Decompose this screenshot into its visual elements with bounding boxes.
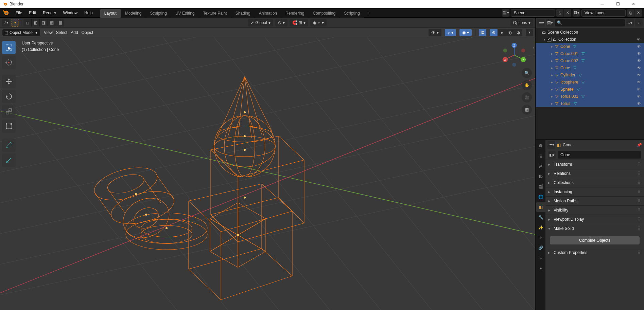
tree-collection[interactable]: ▾ ✓ 🗀 Collection 👁 — [536, 36, 644, 43]
collection-checkbox[interactable]: ✓ — [547, 37, 552, 42]
blender-logo-icon[interactable] — [2, 9, 10, 17]
outliner-display-mode[interactable]: ≔▾ — [537, 19, 545, 26]
panel-custom-properties[interactable]: ▸Custom Properties⠿ — [545, 248, 644, 257]
panel-make-solid[interactable]: ▾Make Solid⠿ — [545, 224, 644, 233]
eye-icon[interactable]: 👁 — [636, 51, 642, 56]
viewport-menu-add[interactable]: Add — [71, 30, 78, 35]
eye-icon[interactable]: 👁 — [636, 73, 642, 77]
prop-tab-particles[interactable]: ✨ — [536, 223, 545, 232]
mode-select-dropdown[interactable]: ⬚ Object Mode ▾ — [2, 29, 40, 36]
tree-item[interactable]: ▸ ▽ Torus.001 ▽ 👁 — [536, 93, 644, 100]
sidebar-toggle-handle[interactable]: ‹ — [533, 45, 535, 50]
shading-solid-button[interactable]: ● — [498, 29, 506, 36]
eye-icon[interactable]: 👁 — [636, 101, 642, 106]
new-scene-button[interactable]: ⎘ — [556, 9, 564, 17]
tree-item[interactable]: ▸ ▽ Torus ▽ 👁 — [536, 100, 644, 107]
tree-item[interactable]: ▸ ▽ Cube ▽ 👁 — [536, 64, 644, 71]
combine-objects-button[interactable]: Combine Objects — [550, 236, 640, 244]
prop-tab-viewlayer[interactable]: 🖼 — [536, 172, 545, 181]
tool-rotate[interactable] — [2, 90, 16, 103]
prop-tab-physics[interactable]: ⚛ — [536, 233, 545, 242]
navigation-gizmo[interactable]: X Y Z — [501, 42, 527, 68]
shading-material-button[interactable]: ◐ — [506, 29, 514, 36]
eye-icon[interactable]: 👁 — [636, 66, 642, 70]
prop-tab-scene[interactable]: 🎬 — [536, 182, 545, 192]
menu-render[interactable]: Render — [39, 8, 59, 18]
camera-view-button[interactable]: 🎥 — [522, 92, 532, 103]
viewport-options-dropdown[interactable]: Options ▾ — [510, 19, 533, 26]
prop-tab-output[interactable]: 🖨 — [536, 162, 545, 171]
tab-rendering[interactable]: Rendering — [281, 9, 308, 18]
add-workspace-button[interactable]: + — [364, 9, 373, 18]
menu-help[interactable]: Help — [81, 8, 96, 18]
scene-name-input[interactable]: Scene — [511, 9, 555, 17]
prop-tab-modifiers[interactable]: 🔧 — [536, 213, 545, 222]
properties-editor-type[interactable]: ≔▾ — [547, 141, 555, 149]
new-viewlayer-button[interactable]: ⎘ — [627, 9, 634, 17]
tree-item[interactable]: ▸ ▽ Cube.002 ▽ 👁 — [536, 57, 644, 64]
viewport-menu-object[interactable]: Object — [82, 30, 93, 35]
proportional-edit-dropdown[interactable]: ◉∩▾ — [310, 19, 327, 26]
xray-toggle[interactable]: ⊡ — [479, 29, 486, 36]
tab-layout[interactable]: Layout — [100, 9, 121, 18]
tree-item[interactable]: ▸ ▽ Cylinder ▽ 👁 — [536, 71, 644, 78]
tab-texture-paint[interactable]: Texture Paint — [199, 9, 231, 18]
tool-select-box[interactable] — [2, 41, 16, 54]
tab-compositing[interactable]: Compositing — [309, 9, 340, 18]
drag-action-group[interactable]: ◻◧◨▦▩ — [23, 19, 64, 26]
breadcrumb[interactable]: Cone — [563, 143, 573, 147]
menu-window[interactable]: Window — [59, 8, 81, 18]
tree-item[interactable]: ▸ ▽ Sphere ▽ 👁 — [536, 86, 644, 93]
prop-tab-object[interactable]: ◧ — [536, 202, 545, 212]
eye-icon[interactable]: 👁 — [636, 58, 642, 63]
eye-icon[interactable]: 👁 — [636, 37, 642, 42]
menu-file[interactable]: File — [12, 8, 25, 18]
prop-tab-tool[interactable]: 🛠 — [536, 141, 545, 151]
prop-tab-world[interactable]: 🌐 — [536, 192, 545, 202]
window-maximize-button[interactable]: ☐ — [610, 0, 626, 8]
visibility-dropdown[interactable]: 👁▾ — [429, 29, 441, 36]
tab-uv-editing[interactable]: UV Editing — [171, 9, 199, 18]
prop-tab-data[interactable]: ▽ — [536, 253, 545, 263]
scene-browse-icon[interactable]: 🎬▾ — [502, 9, 509, 17]
overlay-toggle[interactable]: ◉▾ — [459, 29, 472, 36]
object-name-input[interactable]: Cone — [558, 151, 641, 159]
viewport-menu-select[interactable]: Select — [56, 30, 67, 35]
tool-cursor[interactable] — [2, 56, 16, 69]
tree-item[interactable]: ▸ ▽ Cube.001 ▽ 👁 — [536, 50, 644, 57]
panel-transform[interactable]: ▸Transform⠿ — [545, 160, 644, 169]
prop-tab-material[interactable]: ● — [536, 263, 545, 273]
tree-item[interactable]: ▸ ▽ Icosphere ▽ 👁 — [536, 78, 644, 86]
tab-modeling[interactable]: Modeling — [121, 9, 146, 18]
tab-sculpting[interactable]: Sculpting — [146, 9, 171, 18]
tab-scripting[interactable]: Scripting — [340, 9, 364, 18]
transform-orientation-dropdown[interactable]: ⤢ Global ▾ — [248, 19, 273, 26]
panel-relations[interactable]: ▸Relations⠿ — [545, 169, 644, 178]
shading-options-dropdown[interactable]: ▾ — [526, 29, 533, 36]
tree-scene-collection[interactable]: 🗀 Scene Collection — [536, 29, 644, 36]
tool-settings-icon[interactable]: ↗▾ — [2, 19, 10, 26]
object-datablock-icon[interactable]: ◧▾ — [548, 151, 556, 159]
tool-annotate[interactable] — [2, 139, 16, 152]
pin-icon[interactable]: 📌 — [637, 143, 642, 147]
shading-rendered-button[interactable]: ◕ — [514, 29, 522, 36]
panel-collections[interactable]: ▸Collections⠿ — [545, 178, 644, 187]
3d-viewport[interactable]: User Perspective (1) Collection | Cone — [0, 37, 535, 310]
tool-transform[interactable] — [2, 120, 16, 133]
tool-measure[interactable] — [2, 153, 16, 167]
shading-wireframe-button[interactable]: ⊕ — [490, 29, 498, 36]
panel-motion-paths[interactable]: ▸Motion Paths⠿ — [545, 197, 644, 205]
eye-icon[interactable]: 👁 — [636, 80, 642, 85]
pivot-point-dropdown[interactable]: ⊙▾ — [275, 19, 288, 26]
eye-icon[interactable]: 👁 — [636, 44, 642, 49]
eye-icon[interactable]: 👁 — [636, 94, 642, 99]
gizmo-toggle[interactable]: ⟐▾ — [445, 29, 456, 36]
outliner-tree[interactable]: 🗀 Scene Collection ▾ ✓ 🗀 Collection 👁 ▸ … — [536, 28, 644, 139]
select-box-icon[interactable]: ▾ — [12, 19, 19, 26]
zoom-button[interactable]: 🔍 — [522, 68, 532, 78]
outliner-view-icon[interactable]: 🖼▾ — [546, 19, 554, 26]
window-minimize-button[interactable]: ─ — [594, 0, 610, 8]
prop-tab-render[interactable]: 🖥 — [536, 151, 545, 161]
prop-tab-constraints[interactable]: 🔗 — [536, 243, 545, 253]
panel-instancing[interactable]: ▸Instancing⠿ — [545, 187, 644, 196]
